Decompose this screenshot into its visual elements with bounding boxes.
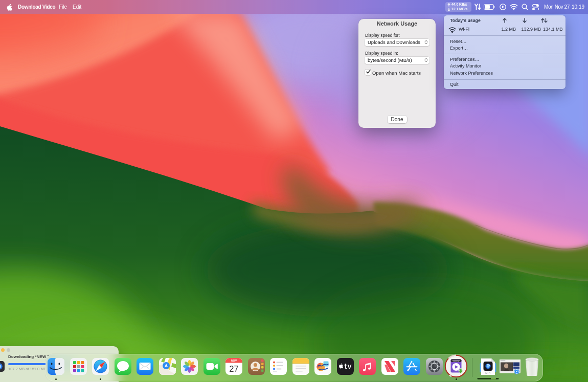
svg-text:Movie HD: Movie HD <box>454 361 459 362</box>
svg-text:NOV: NOV <box>231 359 237 362</box>
svg-text:MP4: MP4 <box>485 371 491 374</box>
svg-text:27: 27 <box>229 364 238 373</box>
